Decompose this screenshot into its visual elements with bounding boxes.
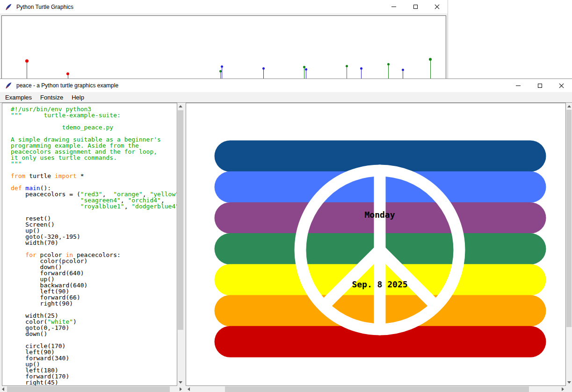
minimize-icon	[516, 86, 521, 86]
minimize-icon	[391, 7, 396, 7]
menubar: Examples Fontsize Help	[0, 92, 572, 102]
close-button[interactable]	[550, 79, 572, 92]
scroll-down-icon[interactable]	[567, 381, 571, 384]
tree-stem	[27, 62, 27, 79]
canvas-horizontal-scrollbar[interactable]	[186, 386, 566, 392]
window-content: #!/usr/bin/env python3""" turtle-example…	[0, 102, 572, 392]
tree-stem	[361, 69, 362, 79]
scroll-left-icon[interactable]	[2, 387, 4, 391]
tk-feather-icon	[5, 82, 12, 89]
scroll-down-icon[interactable]	[179, 381, 182, 384]
tree-stem	[347, 67, 347, 79]
drawing-canvas: MondaySep. 8 2025	[186, 103, 566, 386]
code-line: right(90)	[11, 300, 177, 306]
titlebar[interactable]: peace - a Python turtle graphics example	[0, 79, 572, 92]
peace-window: peace - a Python turtle graphics example…	[0, 79, 572, 392]
code-line: width(70)	[11, 240, 177, 246]
code-line: "royalblue1", "dodgerblue4")	[11, 203, 177, 209]
maximize-button[interactable]	[529, 79, 550, 92]
tree-stem	[306, 70, 306, 79]
tree-stem	[388, 65, 389, 79]
menu-examples[interactable]: Examples	[1, 92, 36, 102]
tree-dot	[262, 67, 265, 70]
code-line: tdemo_peace.py	[11, 124, 177, 130]
close-button[interactable]	[426, 0, 448, 14]
canvas-text: Sep. 8 2025	[352, 279, 407, 289]
peace-drawing: MondaySep. 8 2025	[186, 103, 565, 385]
canvas-vertical-scrollbar[interactable]	[566, 103, 572, 386]
scroll-up-icon[interactable]	[567, 105, 571, 107]
code-horizontal-scrollbar[interactable]	[0, 386, 184, 392]
code-line: """ turtle-example-suite:	[11, 112, 177, 118]
tree-dot	[402, 69, 404, 71]
scroll-right-icon[interactable]	[180, 387, 182, 391]
titlebar[interactable]: Python Turtle Graphics	[0, 0, 448, 14]
window-controls	[507, 79, 572, 92]
window-title: peace - a Python turtle graphics example	[16, 82, 118, 89]
window-body	[0, 14, 448, 79]
code-line: it only uses turtle commands.	[11, 155, 177, 161]
minimize-button[interactable]	[507, 79, 529, 92]
tree-dot	[25, 59, 29, 63]
tree-stem	[263, 69, 264, 79]
tree-stem	[430, 60, 431, 79]
tree-stem	[68, 75, 68, 79]
code-line: from turtle import *	[11, 173, 177, 179]
scroll-right-icon[interactable]	[562, 387, 564, 391]
menu-help[interactable]: Help	[67, 92, 88, 102]
scrollbar-thumb[interactable]	[7, 386, 170, 392]
scroll-left-icon[interactable]	[188, 387, 190, 391]
close-icon	[559, 83, 564, 88]
tree-dot	[221, 65, 223, 68]
tree-dot	[305, 68, 307, 71]
turtle-canvas	[1, 15, 446, 79]
window-title: Python Turtle Graphics	[16, 4, 73, 10]
tk-feather-icon	[5, 3, 12, 11]
tree-stem	[304, 68, 304, 79]
tree-dot	[360, 67, 362, 70]
tree-dot	[346, 65, 348, 67]
window-controls	[383, 0, 448, 14]
code-line: """	[11, 161, 177, 167]
code-editor[interactable]: #!/usr/bin/env python3""" turtle-example…	[2, 103, 177, 386]
minimize-button[interactable]	[383, 0, 405, 14]
tree-dot	[387, 63, 390, 65]
menu-fontsize[interactable]: Fontsize	[36, 92, 67, 102]
close-icon	[434, 4, 440, 9]
maximize-icon	[538, 84, 542, 88]
tree-dot	[303, 66, 305, 68]
code-lines: #!/usr/bin/env python3""" turtle-example…	[11, 106, 177, 386]
tree-stem	[403, 71, 403, 79]
turtle-graphics-window: Python Turtle Graphics	[0, 0, 448, 79]
scrollbar-thumb[interactable]	[225, 386, 529, 392]
maximize-button[interactable]	[405, 0, 426, 14]
tree-stem	[222, 67, 222, 79]
scroll-up-icon[interactable]	[179, 105, 182, 107]
scrollbar-thumb[interactable]	[178, 110, 183, 330]
tree-dot	[429, 58, 432, 61]
desktop: Python Turtle Graphics peace - a Python …	[0, 0, 572, 392]
maximize-icon	[413, 5, 418, 9]
scrollbar-thumb[interactable]	[566, 110, 572, 327]
tree-dot	[219, 70, 222, 72]
canvas-text: Monday	[364, 210, 395, 220]
tree-dot	[66, 72, 69, 75]
code-vertical-scrollbar[interactable]	[177, 103, 184, 386]
tree-stem	[220, 72, 221, 79]
code-line: down()	[11, 331, 177, 337]
